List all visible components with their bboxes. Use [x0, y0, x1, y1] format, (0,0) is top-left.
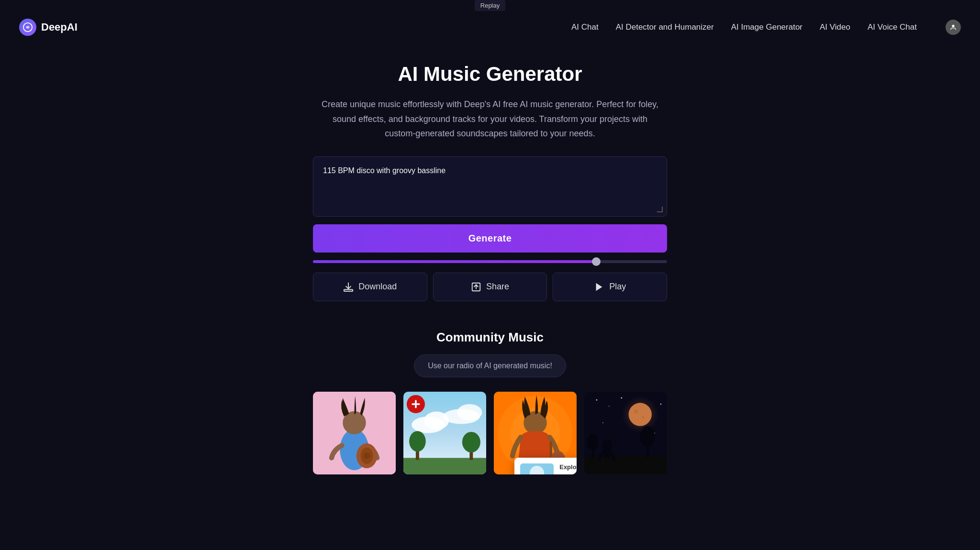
nav-ai-video[interactable]: AI Video	[820, 22, 850, 32]
action-buttons: Download Share Play	[313, 273, 667, 301]
progress-thumb[interactable]	[592, 257, 601, 266]
progress-fill	[313, 260, 596, 263]
svg-point-51	[654, 432, 655, 433]
svg-rect-41	[584, 456, 667, 474]
replay-button[interactable]: Replay	[475, 0, 505, 11]
radio-button[interactable]: Use our radio of AI generated music!	[414, 354, 566, 377]
music-grid: ✕ Explore our cover options	[313, 392, 667, 474]
music-card-1[interactable]	[313, 392, 396, 474]
svg-point-39	[634, 409, 638, 414]
navigation: DeepAI AI Chat AI Detector and Humanizer…	[0, 11, 980, 44]
top-preview-bar: Replay	[0, 0, 980, 11]
svg-point-15	[457, 404, 482, 421]
nav-ai-chat[interactable]: AI Chat	[571, 22, 599, 32]
svg-point-45	[640, 426, 655, 447]
main-content: AI Music Generator Create unique music e…	[303, 44, 677, 494]
logo-icon	[19, 19, 36, 36]
logo[interactable]: DeepAI	[19, 19, 78, 36]
community-title: Community Music	[313, 330, 667, 345]
music-card-2[interactable]	[403, 392, 486, 474]
svg-rect-43	[604, 450, 611, 458]
ad-popup: ✕ Explore our cover options	[514, 458, 577, 474]
play-icon	[594, 282, 604, 292]
share-icon	[471, 282, 481, 292]
svg-rect-2	[344, 289, 353, 291]
svg-point-48	[596, 399, 598, 401]
ad-title: Explore our cover options	[558, 463, 577, 474]
progress-bar[interactable]	[313, 260, 667, 263]
generate-button[interactable]: Generate	[313, 224, 667, 253]
prompt-container: 115 BPM disco with groovy bassline	[313, 156, 667, 217]
prompt-textarea[interactable]: 115 BPM disco with groovy bassline	[313, 157, 667, 214]
share-button[interactable]: Share	[433, 273, 547, 301]
svg-point-1	[952, 25, 954, 27]
svg-point-53	[660, 403, 662, 405]
svg-marker-4	[596, 283, 602, 291]
download-icon	[343, 282, 354, 292]
svg-point-38	[629, 403, 652, 426]
music-card-4[interactable]	[584, 392, 667, 474]
nav-links: AI Chat AI Detector and Humanizer AI Ima…	[571, 20, 961, 35]
nav-ai-voice-chat[interactable]: AI Voice Chat	[868, 22, 917, 32]
svg-point-49	[609, 406, 610, 407]
nav-ai-image[interactable]: AI Image Generator	[731, 22, 802, 32]
page-title: AI Music Generator	[313, 63, 667, 86]
svg-point-50	[621, 397, 623, 398]
svg-point-20	[462, 432, 480, 452]
resize-handle[interactable]	[657, 207, 663, 212]
user-avatar[interactable]	[946, 20, 961, 35]
svg-point-40	[642, 416, 644, 418]
play-button[interactable]: Play	[553, 273, 667, 301]
nav-ai-detector[interactable]: AI Detector and Humanizer	[616, 22, 714, 32]
svg-point-10	[364, 452, 370, 459]
svg-rect-23	[415, 400, 416, 408]
logo-text: DeepAI	[41, 21, 78, 33]
svg-rect-16	[403, 458, 486, 474]
svg-point-18	[409, 431, 426, 451]
music-card-3[interactable]: ✕ Explore our cover options	[494, 392, 577, 474]
svg-point-47	[587, 434, 598, 451]
download-button[interactable]: Download	[313, 273, 427, 301]
page-description: Create unique music effortlessly with De…	[318, 97, 662, 141]
svg-point-52	[602, 422, 603, 423]
